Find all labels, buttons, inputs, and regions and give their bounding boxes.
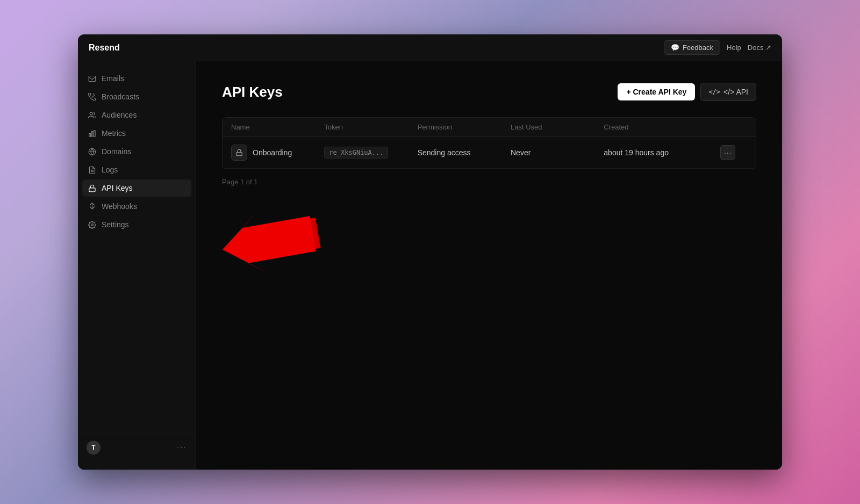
code-icon: </> [708, 88, 720, 96]
table-row: Onboarding re_XksGNiuA... Sending access… [223, 137, 756, 169]
svg-rect-5 [94, 130, 95, 136]
svg-marker-13 [222, 203, 323, 279]
sidebar-item-api-keys[interactable]: API Keys [82, 179, 191, 197]
cell-created: about 19 hours ago [604, 148, 720, 157]
row-menu-button[interactable]: ··· [720, 145, 735, 160]
webhooks-icon [88, 202, 96, 211]
pagination: Page 1 of 1 [222, 178, 756, 186]
sidebar-label-audiences: Audiences [102, 111, 137, 119]
sidebar-nav: Emails Broadcasts [78, 70, 196, 429]
cell-token: re_XksGNiuA... [324, 147, 417, 159]
api-label: </> API [723, 88, 748, 96]
metrics-icon [88, 129, 96, 138]
col-actions [720, 123, 747, 131]
col-permission: Permission [418, 123, 511, 131]
sidebar-label-webhooks: Webhooks [102, 202, 137, 211]
app-window: Resend 💬 Feedback Help Docs ↗ [78, 34, 782, 470]
sidebar-item-metrics[interactable]: Metrics [82, 125, 191, 142]
arrow-annotation [196, 196, 336, 282]
token-value: re_XksGNiuA... [324, 147, 388, 159]
settings-icon [88, 220, 96, 229]
emails-icon [88, 74, 96, 83]
sidebar-label-emails: Emails [102, 74, 124, 83]
docs-link[interactable]: Docs ↗ [748, 44, 771, 52]
sidebar-label-logs: Logs [102, 165, 118, 174]
col-last-used: Last Used [511, 123, 604, 131]
sidebar-item-emails[interactable]: Emails [82, 70, 191, 87]
cell-name: Onboarding [231, 145, 324, 161]
key-row-icon [231, 145, 247, 161]
header-right: 💬 Feedback Help Docs ↗ [664, 40, 771, 55]
domains-icon [88, 147, 96, 156]
create-api-key-button[interactable]: + Create API Key [618, 83, 695, 100]
sidebar-label-broadcasts: Broadcasts [102, 92, 139, 101]
broadcasts-icon [88, 92, 96, 101]
api-docs-button[interactable]: </> </> API [700, 83, 756, 101]
footer-menu-dots[interactable]: ··· [177, 443, 187, 452]
svg-rect-10 [89, 188, 95, 191]
svg-rect-15 [236, 152, 242, 155]
feedback-label: Feedback [683, 44, 713, 52]
main-content: API Keys + Create API Key </> </> API Na… [196, 61, 782, 470]
audiences-icon [88, 111, 96, 119]
svg-rect-0 [89, 76, 96, 81]
cell-last-used: Never [511, 148, 604, 157]
sidebar-footer: T ··· [78, 434, 196, 461]
window-body: Emails Broadcasts [78, 61, 782, 470]
svg-point-2 [90, 112, 92, 114]
sidebar-item-domains[interactable]: Domains [82, 143, 191, 160]
sidebar-label-domains: Domains [102, 147, 131, 156]
svg-point-1 [91, 96, 92, 97]
cell-row-menu: ··· [720, 145, 747, 160]
api-key-name: Onboarding [253, 148, 292, 157]
col-name: Name [231, 123, 324, 131]
page-title: API Keys [222, 84, 283, 100]
page-actions: + Create API Key </> </> API [618, 83, 756, 101]
sidebar-label-settings: Settings [102, 220, 129, 229]
api-keys-icon [88, 184, 96, 192]
app-logo: Resend [89, 43, 120, 53]
sidebar: Emails Broadcasts [78, 61, 196, 470]
col-created: Created [604, 123, 720, 131]
col-token: Token [324, 123, 417, 131]
svg-marker-14 [217, 201, 319, 282]
sidebar-item-webhooks[interactable]: Webhooks [82, 198, 191, 215]
feedback-button[interactable]: 💬 Feedback [664, 40, 720, 55]
sidebar-item-logs[interactable]: Logs [82, 161, 191, 178]
svg-rect-3 [89, 133, 90, 136]
sidebar-item-settings[interactable]: Settings [82, 216, 191, 233]
help-link[interactable]: Help [727, 44, 741, 52]
avatar: T [87, 441, 101, 455]
sidebar-item-broadcasts[interactable]: Broadcasts [82, 88, 191, 105]
sidebar-label-api-keys: API Keys [102, 184, 133, 192]
logs-icon [88, 165, 96, 174]
sidebar-item-audiences[interactable]: Audiences [82, 106, 191, 124]
cell-permission: Sending access [418, 148, 511, 157]
svg-rect-4 [91, 131, 93, 136]
api-keys-table: Name Token Permission Last Used Created [222, 117, 756, 169]
sidebar-label-metrics: Metrics [102, 129, 126, 138]
page-header: API Keys + Create API Key </> </> API [222, 83, 756, 101]
feedback-icon: 💬 [671, 44, 679, 52]
window-header: Resend 💬 Feedback Help Docs ↗ [78, 34, 782, 61]
svg-point-12 [91, 224, 93, 226]
table-header: Name Token Permission Last Used Created [223, 118, 756, 137]
